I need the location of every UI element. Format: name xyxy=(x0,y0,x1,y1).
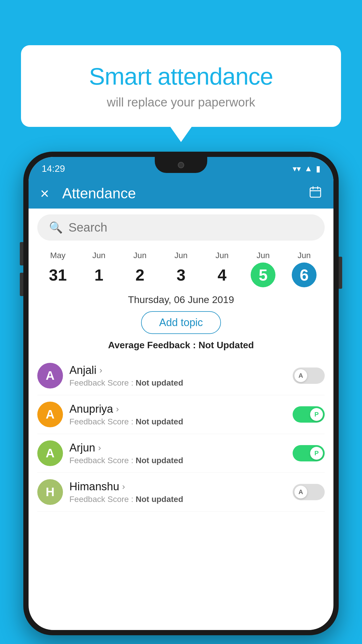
toggle-switch[interactable]: A xyxy=(293,484,325,500)
add-topic-button[interactable]: Add topic xyxy=(141,311,221,334)
camera-dot xyxy=(178,162,184,168)
wifi-icon: ▾▾ xyxy=(293,164,301,174)
app-title: Attendance xyxy=(62,185,309,202)
student-score: Feedback Score : Not updated xyxy=(69,417,286,426)
student-info[interactable]: Anjali ›Feedback Score : Not updated xyxy=(69,364,286,388)
month-label: Jun xyxy=(215,251,229,260)
day-number: 3 xyxy=(169,262,194,287)
toggle-knob: A xyxy=(294,369,307,382)
student-row: AArjun ›Feedback Score : Not updatedP xyxy=(37,434,325,473)
student-score: Feedback Score : Not updated xyxy=(69,495,286,504)
day-number: 31 xyxy=(45,262,70,287)
student-list: AAnjali ›Feedback Score : Not updatedAAA… xyxy=(29,356,333,512)
signal-icon: ▲ xyxy=(304,164,312,173)
chevron-icon: › xyxy=(98,443,101,453)
student-avatar: A xyxy=(37,440,63,466)
app-bar: × Attendance xyxy=(29,178,333,209)
phone-notch xyxy=(155,157,207,173)
student-row: AAnupriya ›Feedback Score : Not updatedP xyxy=(37,395,325,434)
day-number: 2 xyxy=(128,262,152,287)
power-button xyxy=(339,257,342,289)
day-number: 6 xyxy=(292,262,317,287)
student-row: HHimanshu ›Feedback Score : Not updatedA xyxy=(37,473,325,512)
attendance-toggle[interactable]: P xyxy=(293,406,325,423)
avg-feedback-value: Not Updated xyxy=(198,340,254,350)
date-col-5[interactable]: Jun5 xyxy=(242,251,284,287)
attendance-toggle[interactable]: A xyxy=(293,368,325,384)
speech-bubble: Smart attendance will replace your paper… xyxy=(21,45,341,127)
student-avatar: A xyxy=(37,402,63,427)
month-label: Jun xyxy=(174,251,187,260)
svg-rect-0 xyxy=(310,188,321,197)
student-name: Himanshu › xyxy=(69,480,286,493)
bubble-title: Smart attendance xyxy=(36,63,326,90)
date-col-0[interactable]: May31 xyxy=(37,251,78,287)
status-icons: ▾▾ ▲ ▮ xyxy=(293,164,320,174)
month-label: May xyxy=(50,251,66,260)
status-time: 14:29 xyxy=(42,163,65,174)
day-number: 4 xyxy=(210,262,234,287)
month-label: Jun xyxy=(133,251,147,260)
bubble-subtitle: will replace your paperwork xyxy=(36,95,326,109)
selected-date-label: Thursday, 06 June 2019 xyxy=(29,294,333,305)
student-score: Feedback Score : Not updated xyxy=(69,378,286,388)
student-row: AAnjali ›Feedback Score : Not updatedA xyxy=(37,356,325,395)
date-col-4[interactable]: Jun4 xyxy=(201,251,242,287)
toggle-switch[interactable]: P xyxy=(293,445,325,461)
toggle-switch[interactable]: A xyxy=(293,368,325,384)
search-input[interactable] xyxy=(68,220,313,235)
phone-frame: 14:29 ▾▾ ▲ ▮ × Attendance 🔍 xyxy=(23,152,339,635)
student-name: Arjun › xyxy=(69,442,286,454)
date-strip: May31Jun1Jun2Jun3Jun4Jun5Jun6 xyxy=(29,246,333,289)
speech-bubble-container: Smart attendance will replace your paper… xyxy=(21,45,341,127)
toggle-switch[interactable]: P xyxy=(293,406,325,423)
calendar-button[interactable] xyxy=(309,186,322,201)
student-name: Anupriya › xyxy=(69,403,286,415)
chevron-icon: › xyxy=(116,404,119,414)
phone-screen: 14:29 ▾▾ ▲ ▮ × Attendance 🔍 xyxy=(29,157,333,630)
student-info[interactable]: Arjun ›Feedback Score : Not updated xyxy=(69,442,286,465)
date-col-6[interactable]: Jun6 xyxy=(284,251,325,287)
avg-feedback: Average Feedback : Not Updated xyxy=(29,340,333,351)
day-number: 1 xyxy=(87,262,111,287)
attendance-toggle[interactable]: A xyxy=(293,484,325,500)
date-col-3[interactable]: Jun3 xyxy=(161,251,202,287)
chevron-icon: › xyxy=(99,365,102,375)
student-avatar: A xyxy=(37,363,63,388)
search-icon: 🔍 xyxy=(49,221,63,234)
student-info[interactable]: Himanshu ›Feedback Score : Not updated xyxy=(69,480,286,504)
student-score: Feedback Score : Not updated xyxy=(69,456,286,465)
search-bar[interactable]: 🔍 xyxy=(37,214,325,241)
attendance-toggle[interactable]: P xyxy=(293,445,325,461)
bottom-fade xyxy=(29,607,333,630)
month-label: Jun xyxy=(256,251,270,260)
close-button[interactable]: × xyxy=(40,186,49,201)
battery-icon: ▮ xyxy=(316,164,320,174)
month-label: Jun xyxy=(92,251,106,260)
toggle-knob: A xyxy=(294,486,307,498)
avg-feedback-label: Average Feedback : xyxy=(108,340,196,350)
toggle-knob: P xyxy=(310,408,323,421)
volume-up-button xyxy=(20,242,23,265)
month-label: Jun xyxy=(298,251,311,260)
day-number: 5 xyxy=(251,262,275,287)
student-info[interactable]: Anupriya ›Feedback Score : Not updated xyxy=(69,403,286,426)
date-col-1[interactable]: Jun1 xyxy=(78,251,120,287)
chevron-icon: › xyxy=(122,482,125,491)
student-name: Anjali › xyxy=(69,364,286,377)
student-avatar: H xyxy=(37,479,63,505)
toggle-knob: P xyxy=(310,447,323,460)
date-col-2[interactable]: Jun2 xyxy=(120,251,161,287)
volume-down-button xyxy=(20,273,23,296)
